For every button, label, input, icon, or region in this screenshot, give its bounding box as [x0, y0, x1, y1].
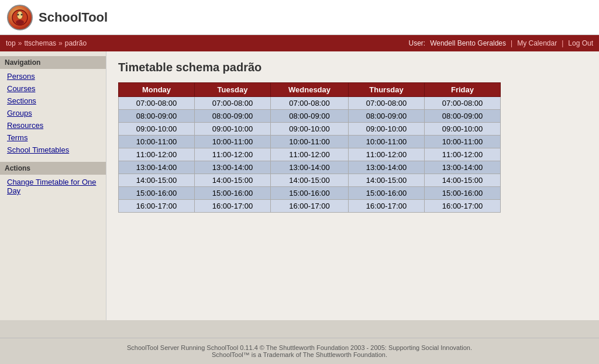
table-cell: 15:00-16:00	[349, 187, 425, 200]
table-row: 10:00-11:0010:00-11:0010:00-11:0010:00-1…	[119, 136, 501, 148]
table-cell: 16:00-17:00	[349, 200, 425, 213]
table-cell: 11:00-12:00	[349, 148, 425, 161]
table-cell: 09:00-10:00	[271, 123, 349, 136]
sidebar: Navigation Persons Courses Sections Grou…	[0, 51, 106, 320]
svg-point-2	[16, 20, 24, 25]
svg-point-3	[18, 13, 19, 15]
sidebar-item-courses[interactable]: Courses	[0, 82, 106, 95]
table-cell: 11:00-12:00	[425, 148, 501, 161]
sidebar-action-change-timetable[interactable]: Change Timetable for One Day	[0, 176, 106, 197]
table-cell: 14:00-15:00	[271, 174, 349, 187]
table-cell: 15:00-16:00	[119, 187, 195, 200]
my-calendar-link[interactable]: My Calendar	[517, 39, 557, 47]
table-cell: 08:00-09:00	[425, 110, 501, 123]
table-cell: 14:00-15:00	[425, 174, 501, 187]
table-cell: 08:00-09:00	[349, 110, 425, 123]
table-row: 07:00-08:0007:00-08:0007:00-08:0007:00-0…	[119, 97, 501, 110]
navbar: top » ttschemas » padrão User: Wendell B…	[0, 35, 599, 51]
table-cell: 11:00-12:00	[119, 148, 195, 161]
table-cell: 07:00-08:00	[425, 97, 501, 110]
breadcrumb: top » ttschemas » padrão	[6, 39, 87, 47]
content-area: Timetable schema padrão Monday Tuesday W…	[106, 51, 599, 320]
table-row: 14:00-15:0014:00-15:0014:00-15:0014:00-1…	[119, 174, 501, 187]
table-cell: 14:00-15:00	[119, 174, 195, 187]
user-name: Wendell Bento Geraldes	[430, 39, 506, 47]
timetable-body: 07:00-08:0007:00-08:0007:00-08:0007:00-0…	[119, 97, 501, 213]
table-row: 16:00-17:0016:00-17:0016:00-17:0016:00-1…	[119, 200, 501, 213]
table-cell: 10:00-11:00	[119, 136, 195, 148]
table-cell: 11:00-12:00	[271, 148, 349, 161]
main-layout: Navigation Persons Courses Sections Grou…	[0, 51, 599, 320]
table-row: 08:00-09:0008:00-09:0008:00-09:0008:00-0…	[119, 110, 501, 123]
sidebar-item-terms[interactable]: Terms	[0, 131, 106, 144]
app-title: SchoolTool	[39, 10, 108, 25]
table-cell: 13:00-14:00	[119, 161, 195, 174]
footer-line2: SchoolTool™ is a Trademark of The Shuttl…	[6, 351, 593, 358]
table-cell: 16:00-17:00	[425, 200, 501, 213]
table-cell: 07:00-08:00	[195, 97, 271, 110]
table-cell: 16:00-17:00	[271, 200, 349, 213]
footer: SchoolTool Server Running SchoolTool 0.1…	[0, 338, 599, 364]
table-cell: 15:00-16:00	[195, 187, 271, 200]
table-cell: 09:00-10:00	[349, 123, 425, 136]
user-label: User:	[408, 39, 425, 47]
table-cell: 07:00-08:00	[349, 97, 425, 110]
table-cell: 08:00-09:00	[119, 110, 195, 123]
table-cell: 08:00-09:00	[271, 110, 349, 123]
footer-line1: SchoolTool Server Running SchoolTool 0.1…	[6, 344, 593, 351]
table-cell: 09:00-10:00	[119, 123, 195, 136]
table-cell: 13:00-14:00	[195, 161, 271, 174]
table-header-row: Monday Tuesday Wednesday Thursday Friday	[119, 83, 501, 97]
table-row: 11:00-12:0011:00-12:0011:00-12:0011:00-1…	[119, 148, 501, 161]
sidebar-item-groups[interactable]: Groups	[0, 107, 106, 119]
table-row: 15:00-16:0015:00-16:0015:00-16:0015:00-1…	[119, 187, 501, 200]
svg-point-4	[21, 13, 23, 15]
table-cell: 15:00-16:00	[425, 187, 501, 200]
sidebar-item-sections[interactable]: Sections	[0, 95, 106, 107]
col-header-wednesday: Wednesday	[271, 83, 349, 97]
table-cell: 09:00-10:00	[425, 123, 501, 136]
user-area: User: Wendell Bento Geraldes | My Calend…	[408, 39, 593, 47]
table-cell: 16:00-17:00	[195, 200, 271, 213]
table-cell: 08:00-09:00	[195, 110, 271, 123]
sidebar-item-resources[interactable]: Resources	[0, 119, 106, 131]
table-row: 13:00-14:0013:00-14:0013:00-14:0013:00-1…	[119, 161, 501, 174]
table-cell: 16:00-17:00	[119, 200, 195, 213]
breadcrumb-ttschemas[interactable]: ttschemas	[24, 39, 56, 47]
table-cell: 14:00-15:00	[349, 174, 425, 187]
table-row: 09:00-10:0009:00-10:0009:00-10:0009:00-1…	[119, 123, 501, 136]
col-header-thursday: Thursday	[349, 83, 425, 97]
table-cell: 09:00-10:00	[195, 123, 271, 136]
table-cell: 07:00-08:00	[271, 97, 349, 110]
table-cell: 10:00-11:00	[349, 136, 425, 148]
table-cell: 10:00-11:00	[271, 136, 349, 148]
table-cell: 11:00-12:00	[195, 148, 271, 161]
table-cell: 14:00-15:00	[195, 174, 271, 187]
navigation-section-title: Navigation	[0, 56, 106, 69]
table-cell: 10:00-11:00	[425, 136, 501, 148]
breadcrumb-current: padrão	[65, 39, 87, 47]
table-cell: 13:00-14:00	[425, 161, 501, 174]
breadcrumb-top[interactable]: top	[6, 39, 16, 47]
col-header-monday: Monday	[119, 83, 195, 97]
timetable-table: Monday Tuesday Wednesday Thursday Friday…	[118, 82, 501, 213]
table-cell: 13:00-14:00	[349, 161, 425, 174]
sidebar-item-school-timetables[interactable]: School Timetables	[0, 144, 106, 156]
table-cell: 10:00-11:00	[195, 136, 271, 148]
table-cell: 07:00-08:00	[119, 97, 195, 110]
sidebar-item-persons[interactable]: Persons	[0, 70, 106, 82]
header: SchoolTool	[0, 0, 599, 35]
col-header-friday: Friday	[425, 83, 501, 97]
logo-icon	[7, 5, 33, 30]
table-cell: 15:00-16:00	[271, 187, 349, 200]
page-title: Timetable schema padrão	[118, 61, 587, 74]
logout-link[interactable]: Log Out	[568, 39, 593, 47]
table-cell: 13:00-14:00	[271, 161, 349, 174]
col-header-tuesday: Tuesday	[195, 83, 271, 97]
actions-section-title: Actions	[0, 162, 106, 175]
